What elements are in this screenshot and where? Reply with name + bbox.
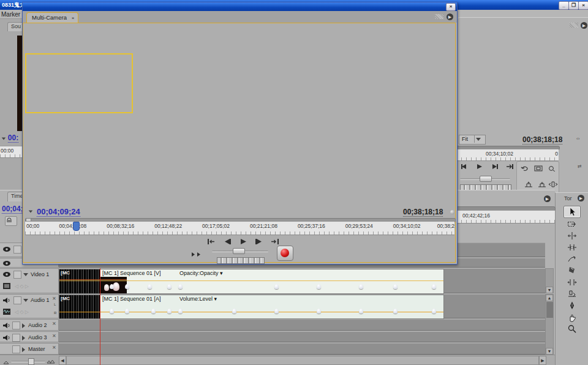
play-around-button[interactable] <box>190 250 203 258</box>
panel-menu-icon[interactable]: ▶ <box>447 13 453 20</box>
panel-menu-icon[interactable]: ▶ <box>544 195 551 202</box>
zoom-level-select[interactable]: Fit <box>459 135 486 145</box>
multicam-current-time[interactable]: 00;04;09;24 <box>37 207 80 217</box>
jog-wheel[interactable] <box>217 257 265 264</box>
chevron-down-icon[interactable] <box>2 138 6 140</box>
keyframe-dot[interactable] <box>178 309 183 314</box>
timeline-ruler[interactable]: 00;42;42;16 <box>456 210 555 224</box>
keyframe-dot[interactable] <box>432 309 436 314</box>
step-back-button[interactable] <box>221 237 234 246</box>
go-to-out-icon[interactable] <box>268 237 282 246</box>
rolling-edit-tool[interactable] <box>564 242 580 253</box>
zoom-tool[interactable] <box>564 323 580 334</box>
keyframe-dot[interactable] <box>125 284 129 289</box>
expand-track-icon[interactable] <box>22 336 25 341</box>
zoom-slider-handle[interactable] <box>28 358 34 365</box>
track-lane-video1[interactable]: [MC [MC 1] Sequence 01 [V] Opacity:Opaci… <box>59 268 545 293</box>
track-lane-audio3[interactable] <box>59 331 545 342</box>
play-button[interactable] <box>236 237 250 246</box>
lift-button[interactable] <box>522 180 535 189</box>
collapse-track-icon[interactable] <box>23 273 28 276</box>
snap-button[interactable] <box>5 216 17 226</box>
hand-tool[interactable] <box>564 312 580 323</box>
horizontal-scrollbar[interactable] <box>66 356 539 365</box>
keyframe-dot[interactable] <box>110 309 114 314</box>
multicamera-titlebar[interactable]: × <box>23 2 457 11</box>
restore-button[interactable]: ❐ <box>568 1 579 10</box>
zoom-in-icon[interactable] <box>47 358 55 365</box>
expand-track-icon[interactable] <box>22 347 25 352</box>
keyframe-dot[interactable] <box>125 309 129 314</box>
camera-2-preview[interactable] <box>134 53 242 113</box>
shuttle-handle[interactable] <box>480 176 492 182</box>
source-timecode[interactable]: 00: <box>8 134 18 143</box>
pen-tool[interactable] <box>564 300 580 311</box>
keyframe-dot[interactable] <box>167 284 172 289</box>
close-tab-icon[interactable]: × <box>72 15 75 21</box>
menu-item-marker[interactable]: Marker <box>1 11 22 18</box>
video-tracks-scrollbar[interactable]: ▼ <box>545 268 554 293</box>
opacity-rubber-band[interactable] <box>59 280 443 281</box>
scroll-up-icon[interactable]: ▲ <box>546 295 553 301</box>
track-sync-icon[interactable]: ✕ <box>52 296 56 301</box>
multicam-ruler[interactable]: 00;0000;04;16;0800;08;32;1600;12;48;2200… <box>25 221 454 235</box>
keyframe-dot[interactable] <box>393 309 398 314</box>
clip-effect-label[interactable]: Opacity:Opacity ▾ <box>179 270 223 276</box>
track-name[interactable]: Video 1 <box>31 271 49 277</box>
keyframe-dot[interactable] <box>359 284 363 289</box>
track-name[interactable]: Audio 1 <box>31 297 50 303</box>
panel-grip[interactable] <box>435 14 443 19</box>
keyframe-dot[interactable] <box>274 284 279 289</box>
keyframe-dot[interactable] <box>317 284 321 289</box>
video-clip[interactable]: [MC [MC 1] Sequence 01 [V] Opacity:Opaci… <box>59 269 444 294</box>
source-ruler[interactable]: 00:00 <box>0 146 22 158</box>
keyframe-dot[interactable] <box>432 284 436 289</box>
scroll-right-icon[interactable]: ▶ <box>539 356 546 365</box>
camera-3-preview[interactable] <box>25 115 133 175</box>
eye-icon[interactable] <box>2 246 11 254</box>
playhead-line[interactable] <box>100 268 100 365</box>
zoom-out-icon[interactable] <box>3 359 9 365</box>
safe-margins-button[interactable] <box>532 164 545 173</box>
multicamera-window[interactable]: × Multi-Camera × ▶ 00;04;09;24 00;38;18;… <box>22 2 458 265</box>
record-button[interactable] <box>277 246 293 261</box>
eye-icon[interactable] <box>2 271 11 279</box>
track-sync-icon[interactable]: ✕ <box>52 345 56 350</box>
track-lock-toggle[interactable] <box>13 271 21 279</box>
keyframe-dot[interactable] <box>148 284 152 289</box>
close-icon[interactable]: × <box>446 3 456 11</box>
go-to-out-icon[interactable] <box>503 162 516 171</box>
selection-tool[interactable] <box>564 206 581 218</box>
scroll-down-icon[interactable]: ▼ <box>546 287 553 293</box>
scroll-left-icon[interactable]: ◀ <box>59 356 66 365</box>
minimize-button[interactable]: _ <box>559 1 569 10</box>
track-name[interactable]: Audio 2 <box>28 322 47 328</box>
chevron-down-icon[interactable] <box>29 211 32 213</box>
keyframe-dot[interactable] <box>317 309 321 314</box>
track-sync-icon[interactable]: ✕ <box>52 321 56 326</box>
scroll-down-icon[interactable]: ▼ <box>546 348 553 355</box>
keyframe-dot[interactable] <box>393 284 398 289</box>
trim-button[interactable] <box>546 180 560 189</box>
clip-effect-label[interactable]: Volume:Level ▾ <box>179 296 217 302</box>
loop-button[interactable] <box>518 164 532 173</box>
track-lock-toggle[interactable] <box>12 334 20 342</box>
scrollbar-thumb[interactable] <box>546 302 553 318</box>
speaker-icon[interactable] <box>2 322 10 330</box>
track-name[interactable]: Master <box>28 346 45 352</box>
audio-clip[interactable]: [MC [MC 1] Sequence 01 [A] Volume:Level … <box>59 295 444 319</box>
audio-tracks-scrollbar[interactable]: ▲ ▼ <box>545 294 554 355</box>
program-duration[interactable]: 00;38;18;18 <box>522 135 562 145</box>
go-to-in-icon[interactable] <box>205 237 218 246</box>
track-sync-icon[interactable]: ✕ <box>52 333 56 339</box>
track-lock-toggle[interactable] <box>12 322 20 329</box>
track-lock-toggle[interactable] <box>13 296 21 304</box>
shuttle-handle[interactable] <box>233 248 245 254</box>
multicam-duration[interactable]: 00;38;18;18 <box>403 208 443 217</box>
program-ruler[interactable]: 00;34;10;02 0 <box>456 149 559 161</box>
track-lane-audio1[interactable]: [MC [MC 1] Sequence 01 [A] Volume:Level … <box>59 294 545 318</box>
close-button[interactable]: × <box>578 1 588 10</box>
slide-tool[interactable] <box>564 288 580 299</box>
razor-tool[interactable] <box>564 265 580 276</box>
keyframe-nav-icons[interactable]: ◁ ◇ ▷ <box>15 284 29 289</box>
